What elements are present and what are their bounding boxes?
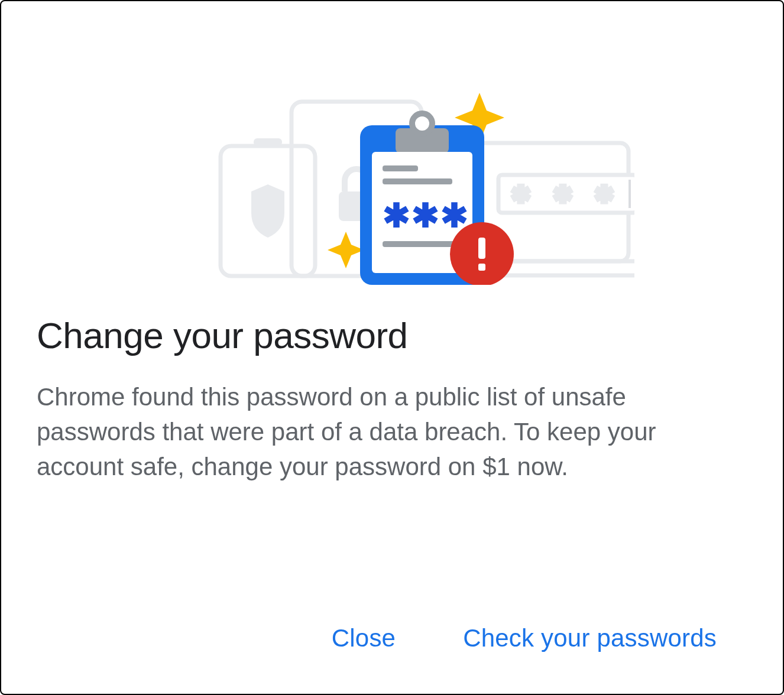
svg-text:✱✱✱: ✱✱✱ (383, 197, 469, 234)
svg-rect-15 (383, 241, 462, 247)
svg-rect-17 (478, 238, 485, 259)
password-breach-illustration: ✱ ✱ ✱ ✱ ✱✱✱ (37, 48, 747, 297)
svg-rect-18 (478, 264, 485, 271)
svg-text:✱ ✱ ✱ ✱: ✱ ✱ ✱ ✱ (511, 182, 634, 207)
svg-rect-13 (383, 178, 452, 184)
illustration-svg: ✱ ✱ ✱ ✱ ✱✱✱ (150, 60, 634, 285)
check-passwords-button[interactable]: Check your passwords (456, 618, 724, 658)
close-button[interactable]: Close (325, 618, 403, 658)
dialog-actions: Close Check your passwords (37, 600, 747, 694)
dialog-body: Chrome found this password on a public l… (37, 380, 747, 484)
change-password-dialog: ✱ ✱ ✱ ✱ ✱✱✱ (1, 1, 783, 694)
svg-rect-10 (412, 113, 432, 134)
dialog-title: Change your password (37, 314, 747, 356)
svg-rect-12 (383, 165, 418, 171)
svg-rect-1 (254, 138, 282, 146)
